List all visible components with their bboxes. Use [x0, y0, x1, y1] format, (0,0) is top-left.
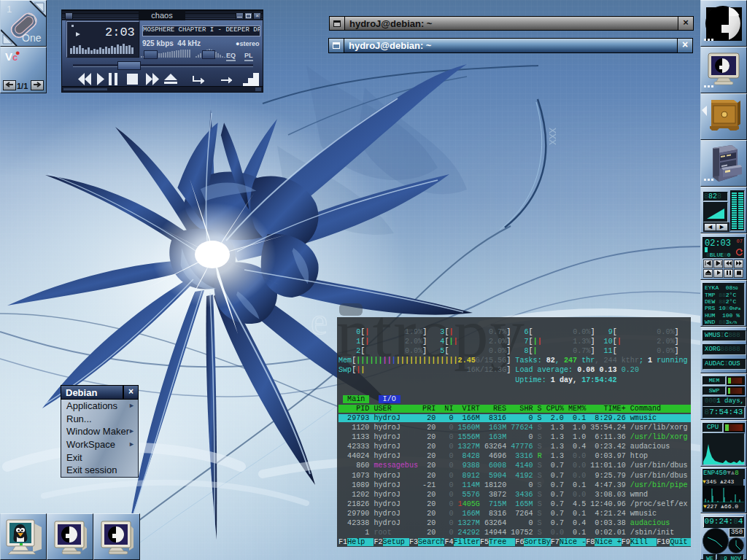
svg-text:One: One [22, 32, 42, 44]
svg-text:xxx: xxx [547, 128, 560, 145]
svg-text:e: e [311, 300, 328, 342]
svg-text:1: 1 [7, 4, 12, 15]
